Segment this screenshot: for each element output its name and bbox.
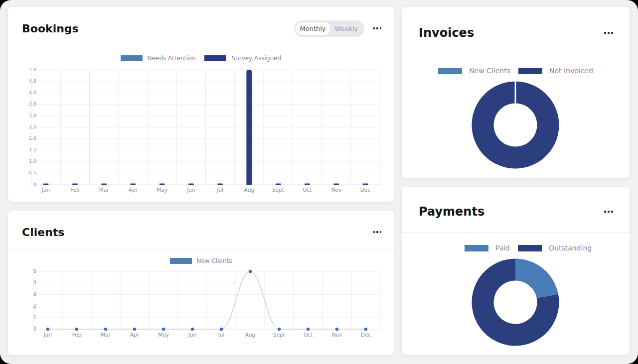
legend-item[interactable]: Paid <box>465 244 510 252</box>
svg-text:Nov: Nov <box>332 332 342 338</box>
svg-text:2: 2 <box>33 303 36 309</box>
svg-text:4.0: 4.0 <box>29 90 36 95</box>
svg-text:Jul: Jul <box>218 332 225 338</box>
toggle-monthly[interactable]: Monthly <box>296 22 330 35</box>
svg-text:Jun: Jun <box>186 187 195 193</box>
ellipsis-menu-icon[interactable] <box>373 27 382 29</box>
legend-swatch <box>204 55 226 61</box>
svg-text:Apr: Apr <box>130 332 140 338</box>
svg-text:Feb: Feb <box>70 187 80 193</box>
svg-text:5.0: 5.0 <box>29 67 36 72</box>
svg-text:Dec: Dec <box>360 187 371 193</box>
payments-card-header: Payments <box>402 187 630 233</box>
svg-text:0: 0 <box>33 182 36 187</box>
bookings-title: Bookings <box>22 22 79 35</box>
period-toggle: Monthly Weekly <box>294 20 364 37</box>
bookings-card: Bookings Monthly Weekly Needs Attention … <box>8 7 394 202</box>
svg-text:1: 1 <box>33 315 36 320</box>
svg-text:Sept: Sept <box>273 332 285 338</box>
payments-legend: Paid Outstanding <box>402 244 630 252</box>
svg-text:1.0: 1.0 <box>29 158 36 164</box>
svg-text:Aug: Aug <box>244 187 255 193</box>
legend-item[interactable]: New Clients <box>170 257 232 264</box>
legend-item[interactable]: Not Invoiced <box>518 67 593 75</box>
svg-text:Mar: Mar <box>99 187 109 193</box>
svg-text:May: May <box>157 187 167 193</box>
legend-item[interactable]: Outstanding <box>518 244 592 252</box>
bookings-card-header: Bookings Monthly Weekly <box>8 7 394 46</box>
svg-text:4: 4 <box>33 280 36 285</box>
svg-text:Nov: Nov <box>331 187 341 193</box>
ellipsis-menu-icon[interactable] <box>604 211 613 213</box>
ellipsis-menu-icon[interactable] <box>604 32 613 34</box>
svg-text:3.0: 3.0 <box>29 113 36 118</box>
svg-text:Feb: Feb <box>72 332 82 338</box>
svg-text:Dec: Dec <box>361 332 371 338</box>
toggle-weekly[interactable]: Weekly <box>330 22 363 35</box>
invoices-card: Invoices New Clients Not Invoiced <box>402 7 630 178</box>
clients-title: Clients <box>22 226 64 239</box>
invoices-legend: New Clients Not Invoiced <box>402 67 630 75</box>
payments-card: Payments Paid Outstanding <box>402 187 630 355</box>
legend-swatch <box>170 258 192 264</box>
payments-title: Payments <box>419 205 484 219</box>
svg-text:May: May <box>158 332 169 338</box>
invoices-title: Invoices <box>419 26 474 40</box>
clients-card: Clients New Clients 012345JanFebMarAprMa… <box>8 211 394 355</box>
legend-swatch <box>438 68 462 74</box>
clients-card-header: Clients <box>8 211 394 250</box>
legend-item[interactable]: Survey Assigned <box>204 55 281 62</box>
svg-text:4.5: 4.5 <box>29 78 36 84</box>
legend-item[interactable]: Needs Attention <box>121 55 196 62</box>
legend-item[interactable]: New Clients <box>438 67 510 75</box>
svg-text:0: 0 <box>33 326 36 332</box>
svg-text:2.0: 2.0 <box>29 135 36 141</box>
svg-text:3.5: 3.5 <box>29 101 36 107</box>
legend-swatch <box>465 245 488 251</box>
bookings-bar-chart: 00.51.01.52.02.53.03.54.04.55.0JanFebMar… <box>8 63 394 202</box>
svg-text:Jan: Jan <box>43 332 52 338</box>
ellipsis-menu-icon[interactable] <box>373 231 382 233</box>
legend-swatch <box>121 55 143 61</box>
legend-swatch <box>518 245 542 251</box>
svg-text:Mar: Mar <box>101 332 111 338</box>
svg-text:Jan: Jan <box>41 187 50 193</box>
svg-text:Sept: Sept <box>272 187 284 193</box>
svg-text:Jul: Jul <box>216 187 223 193</box>
invoices-card-header: Invoices <box>402 7 630 55</box>
svg-text:Oct: Oct <box>303 187 312 193</box>
clients-legend: New Clients <box>8 257 394 264</box>
bookings-legend: Needs Attention Survey Assigned <box>8 55 394 62</box>
svg-text:Jun: Jun <box>188 332 196 338</box>
svg-text:Oct: Oct <box>304 332 313 338</box>
dashboard-screen: Bookings Monthly Weekly Needs Attention … <box>0 0 638 364</box>
svg-text:2.5: 2.5 <box>29 124 36 129</box>
legend-swatch <box>518 68 542 74</box>
svg-text:0.5: 0.5 <box>29 170 36 175</box>
svg-text:3: 3 <box>33 291 36 297</box>
svg-text:Apr: Apr <box>129 187 138 193</box>
clients-line-chart: 012345JanFebMarAprMayJunJulAugSeptOctNov… <box>8 265 394 355</box>
svg-text:5: 5 <box>33 268 36 274</box>
svg-text:Aug: Aug <box>245 332 256 338</box>
svg-text:1.5: 1.5 <box>29 147 36 152</box>
